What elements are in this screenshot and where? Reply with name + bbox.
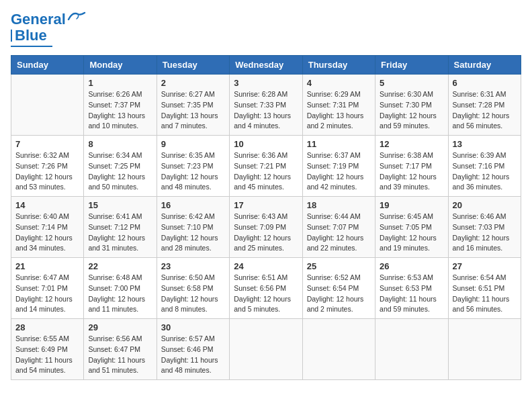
day-info: Sunrise: 6:46 AM Sunset: 7:03 PM Dayligh…	[453, 212, 517, 254]
logo-general: General	[11, 11, 66, 28]
calendar-cell: 13Sunrise: 6:39 AM Sunset: 7:16 PM Dayli…	[448, 136, 521, 197]
day-number: 29	[88, 322, 152, 332]
day-info: Sunrise: 6:56 AM Sunset: 6:47 PM Dayligh…	[88, 334, 152, 376]
day-info: Sunrise: 6:26 AM Sunset: 7:37 PM Dayligh…	[88, 89, 152, 132]
logo-blue: Blue	[15, 27, 47, 44]
calendar-cell: 6Sunrise: 6:31 AM Sunset: 7:28 PM Daylig…	[448, 75, 521, 136]
calendar-cell: 21Sunrise: 6:47 AM Sunset: 7:01 PM Dayli…	[11, 258, 84, 319]
day-info: Sunrise: 6:32 AM Sunset: 7:26 PM Dayligh…	[15, 150, 79, 193]
calendar-cell: 14Sunrise: 6:40 AM Sunset: 7:14 PM Dayli…	[11, 197, 84, 258]
day-number: 12	[380, 139, 443, 149]
day-number: 19	[380, 200, 443, 210]
day-number: 7	[15, 139, 79, 149]
day-number: 20	[453, 200, 517, 210]
day-info: Sunrise: 6:41 AM Sunset: 7:12 PM Dayligh…	[88, 212, 152, 254]
calendar-cell	[230, 319, 302, 380]
day-number: 18	[307, 200, 371, 210]
day-number: 23	[161, 261, 225, 271]
header-cell-saturday: Saturday	[448, 56, 521, 75]
day-number: 10	[234, 139, 298, 149]
day-number: 2	[161, 78, 225, 88]
day-number: 8	[88, 139, 152, 149]
calendar-cell: 19Sunrise: 6:45 AM Sunset: 7:05 PM Dayli…	[375, 197, 448, 258]
day-number: 3	[234, 78, 298, 88]
calendar-cell	[302, 319, 375, 380]
calendar-cell: 11Sunrise: 6:37 AM Sunset: 7:19 PM Dayli…	[302, 136, 375, 197]
day-info: Sunrise: 6:31 AM Sunset: 7:28 PM Dayligh…	[453, 89, 517, 132]
calendar-cell: 26Sunrise: 6:53 AM Sunset: 6:53 PM Dayli…	[375, 258, 448, 319]
day-info: Sunrise: 6:57 AM Sunset: 6:46 PM Dayligh…	[161, 334, 225, 376]
day-number: 5	[380, 78, 443, 88]
calendar-week-5: 28Sunrise: 6:55 AM Sunset: 6:49 PM Dayli…	[11, 319, 521, 380]
day-info: Sunrise: 6:53 AM Sunset: 6:53 PM Dayligh…	[380, 273, 443, 315]
calendar-cell: 16Sunrise: 6:42 AM Sunset: 7:10 PM Dayli…	[157, 197, 229, 258]
calendar-table: SundayMondayTuesdayWednesdayThursdayFrid…	[11, 55, 521, 380]
day-number: 14	[15, 200, 79, 210]
calendar-cell: 9Sunrise: 6:35 AM Sunset: 7:23 PM Daylig…	[157, 136, 229, 197]
calendar-cell: 17Sunrise: 6:43 AM Sunset: 7:09 PM Dayli…	[230, 197, 302, 258]
header-cell-thursday: Thursday	[302, 56, 375, 75]
calendar-cell: 12Sunrise: 6:38 AM Sunset: 7:17 PM Dayli…	[375, 136, 448, 197]
calendar-cell: 2Sunrise: 6:27 AM Sunset: 7:35 PM Daylig…	[157, 75, 229, 136]
logo-bird-icon	[67, 10, 86, 24]
calendar-week-4: 21Sunrise: 6:47 AM Sunset: 7:01 PM Dayli…	[11, 258, 521, 319]
day-number: 21	[15, 261, 79, 271]
day-info: Sunrise: 6:45 AM Sunset: 7:05 PM Dayligh…	[380, 212, 443, 254]
logo: General Blue	[11, 11, 86, 47]
header-cell-sunday: Sunday	[11, 56, 84, 75]
day-number: 30	[161, 322, 225, 332]
calendar-cell: 24Sunrise: 6:51 AM Sunset: 6:56 PM Dayli…	[230, 258, 302, 319]
calendar-cell: 5Sunrise: 6:30 AM Sunset: 7:30 PM Daylig…	[375, 75, 448, 136]
day-info: Sunrise: 6:42 AM Sunset: 7:10 PM Dayligh…	[161, 212, 225, 254]
calendar-cell	[11, 75, 84, 136]
day-number: 17	[234, 200, 298, 210]
day-info: Sunrise: 6:34 AM Sunset: 7:25 PM Dayligh…	[88, 150, 152, 193]
day-number: 6	[453, 78, 517, 88]
day-info: Sunrise: 6:55 AM Sunset: 6:49 PM Dayligh…	[15, 334, 79, 376]
calendar-cell: 28Sunrise: 6:55 AM Sunset: 6:49 PM Dayli…	[11, 319, 84, 380]
day-info: Sunrise: 6:48 AM Sunset: 7:00 PM Dayligh…	[88, 273, 152, 315]
day-info: Sunrise: 6:35 AM Sunset: 7:23 PM Dayligh…	[161, 150, 225, 193]
day-info: Sunrise: 6:47 AM Sunset: 7:01 PM Dayligh…	[15, 273, 79, 315]
header-cell-monday: Monday	[84, 56, 157, 75]
calendar-cell: 10Sunrise: 6:36 AM Sunset: 7:21 PM Dayli…	[230, 136, 302, 197]
page-header: General Blue	[11, 11, 521, 47]
header-cell-friday: Friday	[375, 56, 448, 75]
header-cell-wednesday: Wednesday	[230, 56, 302, 75]
day-info: Sunrise: 6:43 AM Sunset: 7:09 PM Dayligh…	[234, 212, 298, 254]
day-number: 25	[307, 261, 371, 271]
logo-divider	[11, 30, 12, 42]
day-number: 27	[453, 261, 517, 271]
calendar-cell: 23Sunrise: 6:50 AM Sunset: 6:58 PM Dayli…	[157, 258, 229, 319]
day-info: Sunrise: 6:44 AM Sunset: 7:07 PM Dayligh…	[307, 212, 371, 254]
calendar-cell	[448, 319, 521, 380]
logo-underline	[11, 46, 52, 47]
day-info: Sunrise: 6:27 AM Sunset: 7:35 PM Dayligh…	[161, 89, 225, 132]
day-info: Sunrise: 6:30 AM Sunset: 7:30 PM Dayligh…	[380, 89, 443, 132]
calendar-cell: 8Sunrise: 6:34 AM Sunset: 7:25 PM Daylig…	[84, 136, 157, 197]
day-info: Sunrise: 6:39 AM Sunset: 7:16 PM Dayligh…	[453, 150, 517, 193]
day-info: Sunrise: 6:38 AM Sunset: 7:17 PM Dayligh…	[380, 150, 443, 193]
day-info: Sunrise: 6:36 AM Sunset: 7:21 PM Dayligh…	[234, 150, 298, 193]
calendar-week-2: 7Sunrise: 6:32 AM Sunset: 7:26 PM Daylig…	[11, 136, 521, 197]
day-number: 16	[161, 200, 225, 210]
day-number: 24	[234, 261, 298, 271]
day-info: Sunrise: 6:37 AM Sunset: 7:19 PM Dayligh…	[307, 150, 371, 193]
calendar-week-3: 14Sunrise: 6:40 AM Sunset: 7:14 PM Dayli…	[11, 197, 521, 258]
header-cell-tuesday: Tuesday	[157, 56, 229, 75]
day-number: 1	[88, 78, 152, 88]
calendar-cell: 1Sunrise: 6:26 AM Sunset: 7:37 PM Daylig…	[84, 75, 157, 136]
day-number: 11	[307, 139, 371, 149]
day-number: 13	[453, 139, 517, 149]
day-info: Sunrise: 6:28 AM Sunset: 7:33 PM Dayligh…	[234, 89, 298, 132]
calendar-cell: 18Sunrise: 6:44 AM Sunset: 7:07 PM Dayli…	[302, 197, 375, 258]
day-info: Sunrise: 6:54 AM Sunset: 6:51 PM Dayligh…	[453, 273, 517, 315]
day-number: 28	[15, 322, 79, 332]
calendar-week-1: 1Sunrise: 6:26 AM Sunset: 7:37 PM Daylig…	[11, 75, 521, 136]
day-number: 9	[161, 139, 225, 149]
calendar-cell: 22Sunrise: 6:48 AM Sunset: 7:00 PM Dayli…	[84, 258, 157, 319]
day-info: Sunrise: 6:50 AM Sunset: 6:58 PM Dayligh…	[161, 273, 225, 315]
day-number: 15	[88, 200, 152, 210]
day-number: 22	[88, 261, 152, 271]
calendar-cell: 20Sunrise: 6:46 AM Sunset: 7:03 PM Dayli…	[448, 197, 521, 258]
